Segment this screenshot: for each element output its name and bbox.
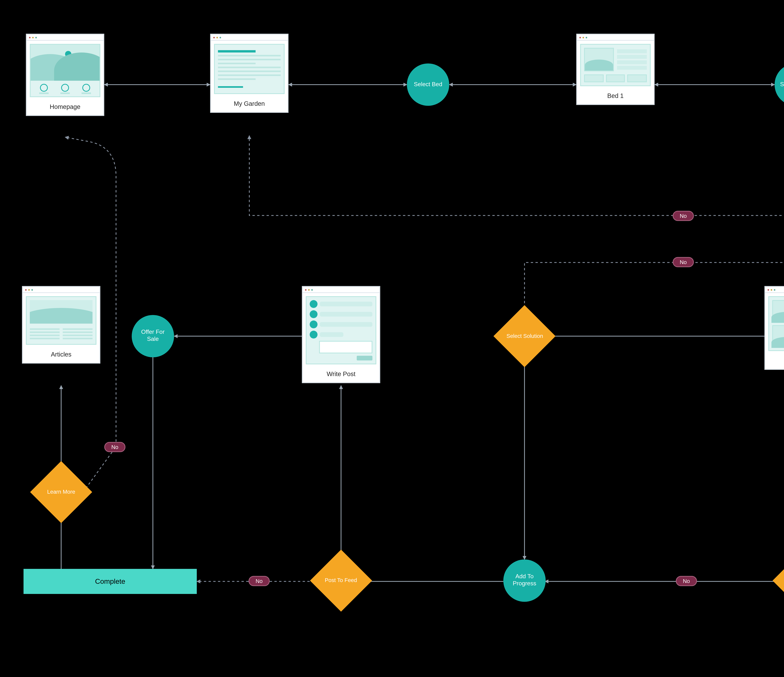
screen-articles[interactable]: Articles <box>22 286 100 364</box>
wireframe-body <box>580 44 651 86</box>
wireframe-body <box>768 296 784 351</box>
decision-sustainable-suggestions[interactable]: Sustainable Suggestions <box>773 550 784 612</box>
screen-my-garden[interactable]: My Garden <box>210 34 288 113</box>
wireframe-body <box>214 44 285 94</box>
wireframe-body <box>306 296 376 364</box>
wireframe-body <box>26 296 96 345</box>
decision-post-to-feed[interactable]: Post To Feed <box>310 550 372 612</box>
edge-label-no: No <box>676 576 697 586</box>
screen-label: Write Post <box>303 368 380 382</box>
action-select-plant[interactable]: Select Plant <box>775 64 784 106</box>
decision-learn-more[interactable]: Learn More <box>30 461 92 523</box>
screen-write-post[interactable]: Write Post <box>302 286 380 384</box>
screen-label: Sustainability <box>765 354 784 369</box>
action-add-to-progress[interactable]: Add To Progress <box>503 559 546 602</box>
window-chrome <box>211 34 288 41</box>
action-offer-for-sale[interactable]: Offer For Sale <box>132 315 174 357</box>
action-label: Add To Progress <box>507 574 543 587</box>
edge-label-no: No <box>249 576 270 586</box>
window-chrome <box>23 287 100 293</box>
edge-label-no: No <box>673 257 694 267</box>
screen-label: Bed 1 <box>577 89 654 104</box>
window-chrome <box>765 287 784 293</box>
screen-label: My Garden <box>211 97 288 112</box>
decision-label: Sustainable Suggestions <box>782 575 784 587</box>
terminal-label: Complete <box>95 578 125 585</box>
decision-label: Select Solution <box>506 333 543 339</box>
edge-label-no: No <box>104 442 126 452</box>
edge-label-no: No <box>673 211 694 221</box>
decision-select-solution[interactable]: Select Solution <box>493 305 555 367</box>
window-chrome <box>303 287 380 293</box>
window-chrome <box>577 34 654 41</box>
screen-bed-1[interactable]: Bed 1 <box>576 34 655 105</box>
window-chrome <box>26 34 104 41</box>
screen-label: Homepage <box>26 100 104 115</box>
action-label: Select Bed <box>414 81 442 88</box>
action-label: Offer For Sale <box>135 329 171 343</box>
wireframe-body <box>30 44 100 97</box>
terminal-complete[interactable]: Complete <box>23 569 197 594</box>
screen-homepage[interactable]: Homepage <box>26 34 104 116</box>
decision-label: Learn More <box>47 489 75 495</box>
decision-label: Post To Feed <box>325 578 357 584</box>
action-select-bed[interactable]: Select Bed <box>407 64 449 106</box>
screen-label: Articles <box>23 348 100 363</box>
screen-sustainability[interactable]: Sustainability <box>764 286 784 370</box>
action-label: Select Plant <box>780 81 784 88</box>
